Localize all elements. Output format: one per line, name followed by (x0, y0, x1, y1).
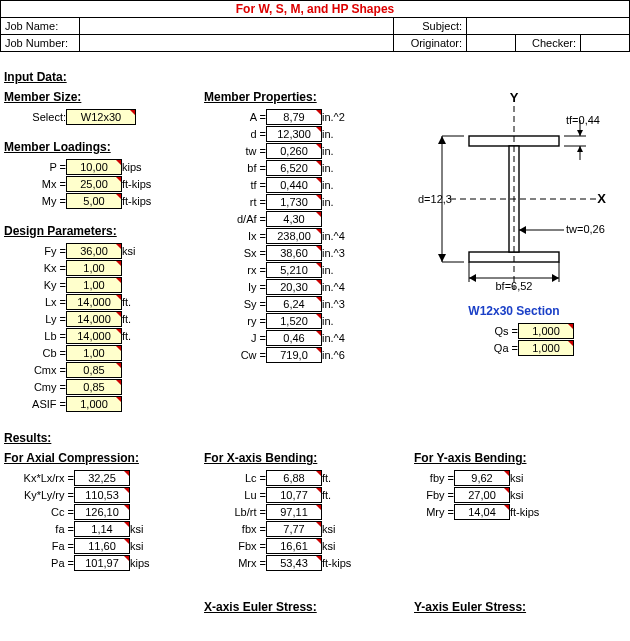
subject-label: Subject: (394, 18, 467, 35)
member-loadings-head: Member Loadings: (4, 140, 184, 154)
value-cell: 32,25 (74, 470, 130, 486)
value-cell[interactable]: 25,00 (66, 176, 122, 192)
value-cell: 6,520 (266, 160, 322, 176)
value-cell: 53,43 (266, 555, 322, 571)
unit-label: kips (122, 159, 162, 175)
unit-label: in. (322, 177, 362, 193)
value-cell: 7,77 (266, 521, 322, 537)
value-cell: 8,79 (266, 109, 322, 125)
value-cell: 97,11 (266, 504, 322, 520)
member-props-head: Member Properties: (204, 90, 394, 104)
value-cell: 101,97 (74, 555, 130, 571)
row-label: Mx = (4, 176, 66, 192)
row-label: ry = (204, 313, 266, 329)
checker-field[interactable] (581, 35, 630, 52)
unit-label: in.^6 (322, 347, 362, 363)
unit-label (122, 396, 162, 412)
bf-label: bf=6,52 (495, 280, 532, 292)
row-label: Cw = (204, 347, 266, 363)
svg-marker-20 (552, 274, 559, 282)
value-cell[interactable]: 1,00 (66, 345, 122, 361)
ybend-head: For Y-axis Bending: (414, 451, 594, 465)
value-cell: 5,210 (266, 262, 322, 278)
value-cell[interactable]: 36,00 (66, 243, 122, 259)
value-cell: 110,53 (74, 487, 130, 503)
subject-field[interactable] (467, 18, 630, 35)
unit-label: ft. (122, 294, 162, 310)
row-label: Pa = (4, 555, 74, 571)
row-label: Fbx = (204, 538, 266, 554)
d-label: d=12,3 (418, 193, 452, 205)
tw-label: tw=0,26 (566, 223, 605, 235)
unit-label (122, 362, 162, 378)
svg-marker-13 (577, 130, 583, 136)
svg-marker-17 (519, 226, 526, 234)
row-label: Qa = (484, 340, 518, 356)
value-cell: 0,440 (266, 177, 322, 193)
originator-field[interactable] (467, 35, 516, 52)
row-label: Iy = (204, 279, 266, 295)
row-label: Mrx = (204, 555, 266, 571)
row-label: d/Af = (204, 211, 266, 227)
input-data-head: Input Data: (4, 70, 626, 84)
unit-label: ksi (322, 521, 362, 537)
unit-label: ft-kips (122, 176, 162, 192)
job-number-label: Job Number: (1, 35, 80, 52)
value-cell: 0,260 (266, 143, 322, 159)
value-cell: 1,14 (74, 521, 130, 537)
unit-label: ksi (130, 521, 170, 537)
value-cell: 10,77 (266, 487, 322, 503)
value-cell[interactable]: 5,00 (66, 193, 122, 209)
value-cell[interactable]: 14,000 (66, 328, 122, 344)
unit-label: ksi (322, 538, 362, 554)
unit-label (130, 487, 170, 503)
value-cell[interactable]: 1,00 (66, 277, 122, 293)
value-cell[interactable]: 0,85 (66, 379, 122, 395)
unit-label: ksi (510, 487, 550, 503)
value-cell: 126,10 (74, 504, 130, 520)
row-label: Cb = (4, 345, 66, 361)
unit-label: kips (130, 555, 170, 571)
unit-label: ksi (122, 243, 162, 259)
row-label: ASIF = (4, 396, 66, 412)
originator-label: Originator: (394, 35, 467, 52)
value-cell[interactable]: 0,85 (66, 362, 122, 378)
value-cell[interactable]: 14,000 (66, 294, 122, 310)
xbend-head: For X-axis Bending: (204, 451, 394, 465)
unit-label: in. (322, 313, 362, 329)
value-cell[interactable]: 1,000 (66, 396, 122, 412)
unit-label (322, 504, 362, 520)
row-label: Sx = (204, 245, 266, 261)
row-label: fby = (414, 470, 454, 486)
row-label: fa = (4, 521, 74, 537)
job-name-field[interactable] (80, 18, 394, 35)
value-cell[interactable]: 10,00 (66, 159, 122, 175)
unit-label: in. (322, 143, 362, 159)
value-cell[interactable]: 1,000 (518, 323, 574, 339)
member-select-field[interactable]: W12x30 (66, 109, 136, 125)
value-cell: 38,60 (266, 245, 322, 261)
row-label: Lb = (4, 328, 66, 344)
unit-label: ft. (322, 487, 362, 503)
section-name: W12x30 Section (414, 304, 614, 318)
value-cell: 0,46 (266, 330, 322, 346)
value-cell: 20,30 (266, 279, 322, 295)
member-size-head: Member Size: (4, 90, 184, 104)
unit-label (322, 211, 362, 227)
value-cell[interactable]: 14,000 (66, 311, 122, 327)
value-cell: 16,61 (266, 538, 322, 554)
row-label: Mry = (414, 504, 454, 520)
unit-label: ksi (130, 538, 170, 554)
y-euler-head: Y-axis Euler Stress: (414, 600, 594, 614)
row-label: A = (204, 109, 266, 125)
row-label: Lc = (204, 470, 266, 486)
value-cell[interactable]: 1,00 (66, 260, 122, 276)
row-label: Fby = (414, 487, 454, 503)
row-label: Cc = (4, 504, 74, 520)
row-label: My = (4, 193, 66, 209)
value-cell[interactable]: 1,000 (518, 340, 574, 356)
unit-label: in. (322, 262, 362, 278)
tf-label: tf=0,44 (566, 114, 600, 126)
job-number-field[interactable] (80, 35, 394, 52)
member-select-label: Select: (4, 109, 66, 125)
